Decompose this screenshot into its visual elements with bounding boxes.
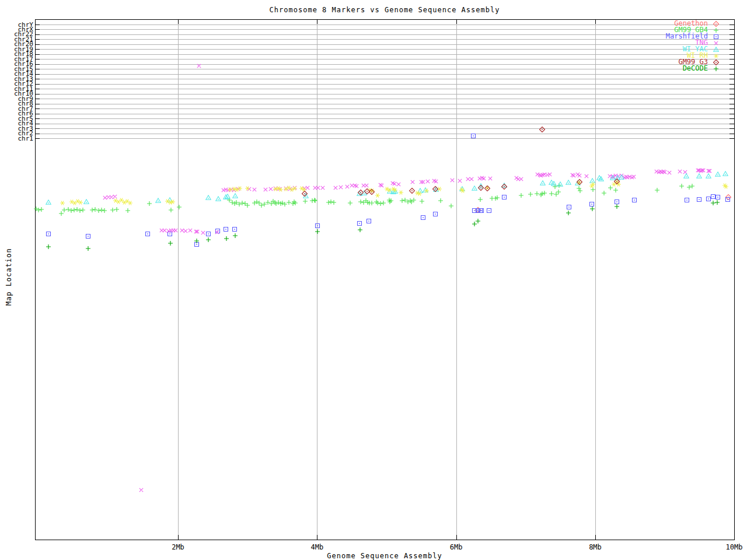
x-tick-label-2Mb: 2Mb [172,543,184,551]
legend-item-wi-yac: WI YAC [632,46,731,52]
x-tick-label-10Mb: 10Mb [726,543,743,551]
legend-item-decode: DeCODE [632,65,731,72]
x-tick-label-8Mb: 8Mb [589,543,602,551]
chart-title: Chromosome 8 Markers vs Genome Sequence … [35,6,734,14]
x-axis-label: Genome Sequence Assembly [35,552,734,560]
y-tick-label-chr1: chr1 [0,136,33,141]
legend-item-gm99-g3: GM99 G3 [632,59,731,65]
series-dots [477,197,729,211]
chart-canvas: Chromosome 8 Markers vs Genome Sequence … [0,0,747,560]
series-genethon [476,195,731,213]
legend-item-marshfield: Marshfield [632,33,731,40]
axes-border [35,19,735,540]
series-gm99-g3 [302,127,620,197]
x-tick-label-4Mb: 4Mb [310,543,323,551]
legend: GenethonGM99 GB4MarshfieldTNGWI YACWI RH… [632,20,731,72]
data-points [34,64,731,492]
legend-label: DeCODE [632,65,708,72]
plus-marker-icon [711,65,721,72]
y-axis-label: Map Location [5,248,13,306]
legend-item-tng: TNG [632,40,731,46]
series-decode [46,200,720,251]
gridlines [35,19,734,540]
plot-area [0,0,747,560]
x-tick-label-6Mb: 6Mb [450,543,463,551]
series-tng [103,64,711,492]
